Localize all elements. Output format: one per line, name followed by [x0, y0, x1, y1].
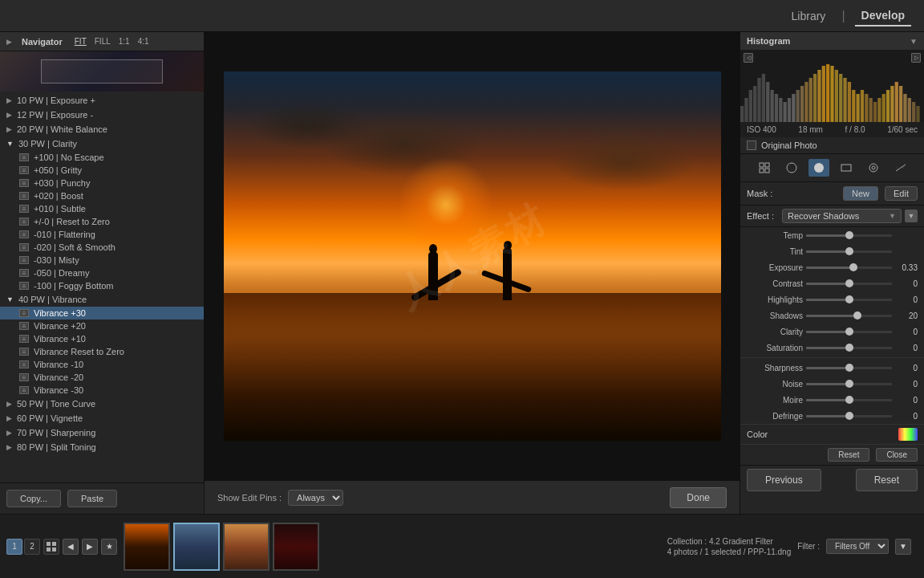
film-prev-btn[interactable]: ◀ [63, 539, 79, 555]
radial-tool-btn[interactable] [781, 159, 802, 177]
slider-track-exposure[interactable] [806, 267, 892, 269]
preset-group-header-exposure-plus[interactable]: ▶ 10 PW | Exposure + [0, 93, 204, 108]
color-swatch-icon[interactable] [898, 428, 918, 441]
histogram-header[interactable]: Histogram ▼ [740, 32, 924, 50]
list-item[interactable]: -030 | Misty [0, 254, 204, 267]
mask-new-button[interactable]: New [843, 186, 878, 201]
slider-thumb-clarity[interactable] [845, 328, 853, 336]
develop-tab[interactable]: Develop [855, 6, 911, 26]
slider-track-noise[interactable] [806, 383, 892, 385]
tone-curve-btn[interactable] [890, 159, 911, 177]
film-thumb-4[interactable] [273, 523, 319, 571]
app-title: Library | Develop [785, 6, 911, 26]
list-item[interactable]: +/-0 | Reset to Zero [0, 215, 204, 228]
preset-group-vibrance: ▼ 40 PW | Vibrance Vibrance +30 Vibrance… [0, 292, 204, 397]
film-next-btn[interactable]: ▶ [82, 539, 98, 555]
slider-track-highlights[interactable] [806, 299, 892, 301]
done-button[interactable]: Done [670, 487, 727, 508]
slider-track-saturation[interactable] [806, 347, 892, 349]
slider-track-sharpness[interactable] [806, 367, 892, 369]
radial-filter-btn[interactable] [863, 159, 884, 177]
adjustment-brush-btn[interactable] [808, 159, 829, 177]
histogram-dropdown-icon[interactable]: ▼ [910, 37, 918, 46]
slider-track-defringe[interactable] [806, 415, 892, 417]
preset-group-header-tone-curve[interactable]: ▶ 50 PW | Tone Curve [0, 397, 204, 411]
slider-thumb-saturation[interactable] [845, 344, 853, 352]
paste-button[interactable]: Paste [67, 490, 117, 507]
slider-thumb-exposure[interactable] [849, 263, 857, 271]
slider-track-shadows[interactable] [806, 315, 892, 317]
preset-group-header-white-balance[interactable]: ▶ 20 PW | White Balance [0, 122, 204, 136]
slider-track-tint[interactable] [806, 250, 892, 253]
effect-extra-btn[interactable]: ▼ [905, 210, 918, 222]
list-item[interactable]: -010 | Flattering [0, 228, 204, 241]
film-page-2-btn[interactable]: 2 [24, 539, 40, 555]
filter-dropdown[interactable]: Filters Off [826, 539, 889, 554]
preset-group-header-vignette[interactable]: ▶ 60 PW | Vignette [0, 411, 204, 425]
list-item[interactable]: Vibrance Reset to Zero [0, 345, 204, 358]
slider-thumb-highlights[interactable] [845, 295, 853, 303]
slider-thumb-tint[interactable] [845, 247, 853, 255]
list-item[interactable]: +020 | Boost [0, 189, 204, 202]
original-photo-checkbox[interactable] [747, 140, 756, 150]
slider-thumb-defringe[interactable] [845, 412, 853, 420]
preset-group-header-clarity[interactable]: ▼ 30 PW | Clarity [0, 136, 204, 151]
nav-ratio-1-btn[interactable]: 1:1 [116, 36, 132, 47]
list-item[interactable]: -050 | Dreamy [0, 267, 204, 279]
copy-button[interactable]: Copy... [6, 490, 61, 507]
slider-track-temp[interactable] [806, 234, 892, 237]
list-item[interactable]: +050 | Gritty [0, 164, 204, 177]
previous-button[interactable]: Previous [747, 469, 821, 491]
slider-track-clarity[interactable] [806, 331, 892, 333]
film-star-btn[interactable]: ★ [101, 539, 117, 555]
preset-group-header-split-toning[interactable]: ▶ 80 PW | Split Toning [0, 440, 204, 454]
list-item[interactable]: -100 | Foggy Bottom [0, 279, 204, 292]
list-item[interactable]: Vibrance -30 [0, 384, 204, 397]
preset-group-header-exposure-minus[interactable]: ▶ 12 PW | Exposure - [0, 108, 204, 122]
reset-button[interactable]: Reset [828, 448, 869, 462]
histogram-clip-shadows-icon[interactable]: ◁ [744, 53, 753, 63]
preset-icon [19, 309, 29, 317]
nav-ratio-4-btn[interactable]: 4:1 [136, 36, 152, 47]
surfer-1-head [429, 244, 437, 254]
mask-edit-button[interactable]: Edit [885, 186, 918, 201]
slider-thumb-noise[interactable] [845, 380, 853, 388]
film-thumb-3[interactable] [223, 523, 270, 571]
close-button[interactable]: Close [876, 448, 918, 462]
list-item[interactable]: Vibrance +20 [0, 320, 204, 332]
slider-thumb-contrast[interactable] [845, 279, 853, 287]
crop-tool-btn[interactable] [754, 159, 775, 177]
slider-track-moire[interactable] [806, 399, 892, 401]
list-item[interactable]: Vibrance -20 [0, 371, 204, 384]
library-tab[interactable]: Library [785, 6, 833, 26]
slider-thumb-shadows[interactable] [853, 311, 861, 320]
effect-dropdown[interactable]: Recover Shadows ▼ [782, 209, 902, 223]
gradient-filter-btn[interactable] [836, 159, 857, 177]
nav-fit-btn[interactable]: FIT [72, 36, 89, 47]
film-thumb-1[interactable] [124, 523, 170, 571]
film-thumb-2[interactable] [173, 523, 220, 571]
reset-develop-button[interactable]: Reset [856, 469, 918, 491]
effect-label: Effect : [747, 211, 779, 221]
histogram-clip-highlights-icon[interactable]: ▷ [911, 53, 921, 63]
slider-track-contrast[interactable] [806, 283, 892, 285]
list-item[interactable]: -020 | Soft & Smooth [0, 241, 204, 254]
edit-pins-dropdown[interactable]: Always [288, 490, 343, 506]
arrow-icon: ▼ [6, 295, 14, 303]
grid-view-btn[interactable] [43, 539, 59, 555]
preset-group-header-sharpening[interactable]: ▶ 70 PW | Sharpening [0, 425, 204, 440]
filmstrip-collapse-btn[interactable]: ▼ [895, 539, 911, 555]
list-item[interactable]: Vibrance +30 [0, 307, 204, 320]
preset-group-header-vibrance[interactable]: ▼ 40 PW | Vibrance [0, 292, 204, 307]
list-item[interactable]: +100 | No Escape [0, 151, 204, 164]
tone-curve-icon [894, 161, 907, 174]
slider-thumb-sharpness[interactable] [845, 364, 853, 372]
list-item[interactable]: +030 | Punchy [0, 177, 204, 189]
nav-fill-btn[interactable]: FILL [92, 36, 113, 47]
list-item[interactable]: +010 | Subtle [0, 202, 204, 215]
slider-thumb-moire[interactable] [845, 396, 853, 404]
list-item[interactable]: Vibrance -10 [0, 358, 204, 371]
list-item[interactable]: Vibrance +10 [0, 332, 204, 345]
film-page-1-btn[interactable]: 1 [6, 539, 22, 555]
slider-thumb-temp[interactable] [845, 231, 853, 239]
